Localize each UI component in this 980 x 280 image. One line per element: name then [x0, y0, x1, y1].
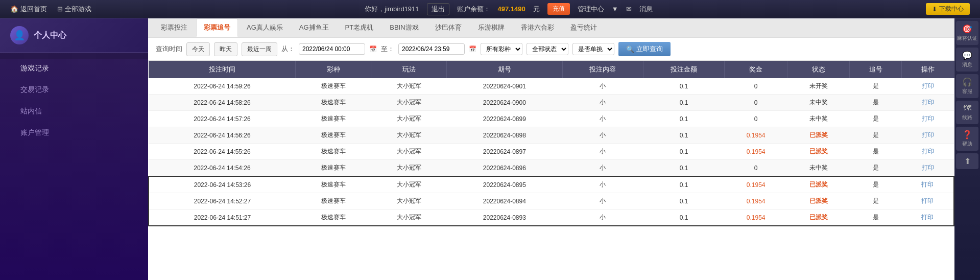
cell-lottery-type: 极速赛车 — [296, 209, 371, 226]
home-label: 返回首页 — [20, 5, 47, 14]
cell-status: 已派奖 — [787, 209, 850, 226]
search-button[interactable]: 🔍 立即查询 — [618, 42, 671, 56]
cell-period: 20220624-0897 — [447, 144, 562, 160]
col-header-play-method: 玩法 — [371, 61, 447, 78]
cell-content: 小 — [562, 95, 643, 111]
float-item-message[interactable]: 💬 消息 — [956, 48, 978, 72]
cell-amount: 0.1 — [643, 78, 725, 95]
single-chase-select[interactable]: 是否单挑 — [572, 43, 614, 55]
cell-action[interactable]: 打印 — [902, 193, 954, 209]
last-week-button[interactable]: 最近一周 — [242, 42, 277, 56]
print-button[interactable]: 打印 — [922, 148, 934, 155]
cell-content: 小 — [562, 127, 643, 144]
charge-button[interactable]: 充值 — [547, 3, 570, 15]
print-button[interactable]: 打印 — [921, 214, 934, 221]
logout-button[interactable]: 退出 — [427, 3, 449, 15]
all-games-link[interactable]: ⊞ 全部游戏 — [57, 5, 91, 14]
cell-prize: 0.1954 — [725, 209, 787, 226]
cell-content: 小 — [562, 78, 643, 95]
tab-ag-fishing[interactable]: AG捕鱼王 — [292, 18, 337, 37]
cell-action[interactable]: 打印 — [902, 127, 954, 144]
from-date-input[interactable] — [299, 43, 365, 55]
cell-content: 小 — [562, 111, 643, 127]
cell-prize: 0.1954 — [725, 176, 787, 193]
table-row: 2022-06-24 14:57:26 极速赛车 大小冠军 20220624-0… — [149, 111, 954, 127]
cell-time: 2022-06-24 14:59:26 — [149, 78, 296, 95]
cell-action[interactable]: 打印 — [902, 160, 954, 177]
tab-hk-six[interactable]: 香港六合彩 — [513, 18, 562, 37]
cell-status: 未中奖 — [787, 95, 850, 111]
message-float-icon: 💬 — [962, 51, 972, 60]
float-item-route[interactable]: 🗺 线路 — [956, 101, 978, 124]
top-nav-left: 🏠 返回首页 ⊞ 全部游戏 — [10, 5, 91, 14]
main-container: 👤 个人中心 游戏记录 交易记录 站内信 账户管理 彩票投注 — [0, 18, 980, 280]
home-link[interactable]: 🏠 返回首页 — [10, 5, 47, 14]
cell-action[interactable]: 打印 — [902, 209, 954, 226]
message-label[interactable]: 消息 — [639, 5, 653, 14]
scroll-top-icon: ⬆ — [964, 156, 971, 166]
table-body: 2022-06-24 14:59:26 极速赛车 大小冠军 20220624-0… — [149, 78, 954, 226]
cell-action[interactable]: 打印 — [902, 111, 954, 127]
management-label[interactable]: 管理中心 — [578, 5, 604, 14]
cell-prize: 0 — [725, 160, 787, 177]
cell-period: 20220624-0895 — [447, 176, 562, 193]
tab-lottery-number[interactable]: 彩票追号 — [196, 18, 238, 37]
top-nav-right: ⬇ 下载中心 — [926, 3, 970, 15]
to-date-input[interactable] — [398, 43, 465, 55]
from-label: 从： — [281, 44, 295, 54]
float-item-service[interactable]: 🎧 客服 — [956, 74, 978, 98]
print-button[interactable]: 打印 — [922, 82, 934, 89]
status-select[interactable]: 全部状态 — [527, 43, 568, 55]
print-button[interactable]: 打印 — [922, 164, 934, 171]
help-icon: ❓ — [962, 130, 972, 139]
col-header-amount: 投注金额 — [643, 61, 725, 78]
yesterday-button[interactable]: 昨天 — [214, 42, 237, 56]
cell-chase: 是 — [850, 95, 902, 111]
table-row: 2022-06-24 14:59:26 极速赛车 大小冠军 20220624-0… — [149, 78, 954, 95]
print-button[interactable]: 打印 — [922, 131, 934, 138]
col-header-period: 期号 — [447, 61, 562, 78]
tab-saba-sports[interactable]: 沙巴体育 — [427, 18, 469, 37]
float-item-help[interactable]: ❓ 帮助 — [956, 127, 978, 151]
cell-time: 2022-06-24 14:53:26 — [149, 176, 296, 193]
from-calendar-icon[interactable]: 📅 — [369, 45, 377, 53]
cell-action[interactable]: 打印 — [902, 176, 954, 193]
cell-prize: 0.1954 — [725, 193, 787, 209]
print-button[interactable]: 打印 — [922, 99, 934, 106]
table-row: 2022-06-24 14:54:26 极速赛车 大小冠军 20220624-0… — [149, 160, 954, 177]
print-button[interactable]: 打印 — [921, 181, 934, 188]
right-float-panel: 🎯 麻将认证 💬 消息 🎧 客服 🗺 线路 ❓ 帮助 ⬆ — [954, 18, 980, 280]
tab-bbin-game[interactable]: BBIN游戏 — [382, 18, 426, 37]
cell-status: 已派奖 — [787, 127, 850, 144]
cell-action[interactable]: 打印 — [902, 78, 954, 95]
route-icon: 🗺 — [963, 104, 971, 113]
cell-amount: 0.1 — [643, 209, 725, 226]
float-item-scroll-top[interactable]: ⬆ — [956, 153, 978, 169]
print-button[interactable]: 打印 — [922, 115, 934, 122]
cell-chase: 是 — [850, 78, 902, 95]
today-button[interactable]: 今天 — [186, 42, 210, 56]
tab-leyou-mahjong[interactable]: 乐游棋牌 — [470, 18, 512, 37]
lottery-type-select[interactable]: 所有彩种 — [481, 43, 522, 55]
cell-action[interactable]: 打印 — [902, 95, 954, 111]
float-item-mcai[interactable]: 🎯 麻将认证 — [956, 21, 978, 45]
download-button[interactable]: ⬇ 下载中心 — [926, 3, 970, 15]
cell-content: 小 — [562, 209, 643, 226]
table-row: 2022-06-24 14:53:26 极速赛车 大小冠军 20220624-0… — [149, 176, 954, 193]
tab-pt-tiger[interactable]: PT老虎机 — [338, 18, 381, 37]
print-button[interactable]: 打印 — [921, 197, 934, 204]
cell-play-method: 大小冠军 — [371, 160, 447, 177]
to-calendar-icon[interactable]: 📅 — [469, 45, 476, 53]
cell-prize: 0.1954 — [725, 127, 787, 144]
cell-play-method: 大小冠军 — [371, 78, 447, 95]
tab-surplus-stats[interactable]: 盈亏统计 — [563, 18, 605, 37]
col-header-chase: 追号 — [850, 61, 902, 78]
table-row: 2022-06-24 14:58:26 极速赛车 大小冠军 20220624-0… — [149, 95, 954, 111]
tab-nav: 彩票投注 彩票追号 AG真人娱乐 AG捕鱼王 PT老虎机 BBIN游戏 沙巴体育… — [148, 18, 954, 38]
tab-lottery-bet[interactable]: 彩票投注 — [153, 18, 195, 37]
cell-period: 20220624-0899 — [447, 111, 562, 127]
cell-chase: 是 — [850, 144, 902, 160]
tab-ag-live[interactable]: AG真人娱乐 — [239, 18, 291, 37]
cell-action[interactable]: 打印 — [902, 144, 954, 160]
cell-status: 未开奖 — [787, 78, 850, 95]
